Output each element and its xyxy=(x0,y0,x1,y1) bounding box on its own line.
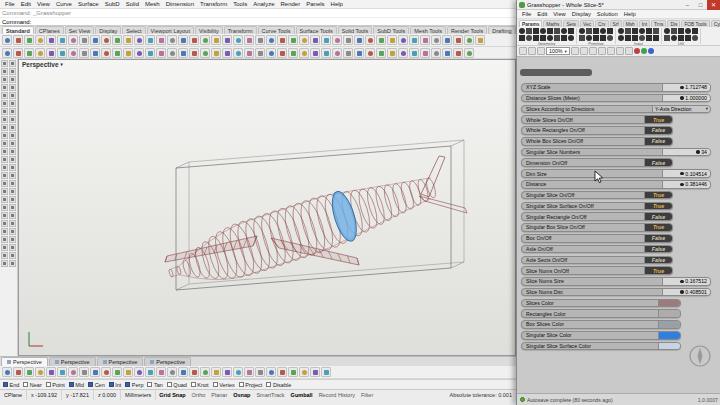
gh-menu-help[interactable]: Help xyxy=(621,11,639,17)
gh-slider-slice-nums-dist[interactable]: Slice Nums Dist0.408501 xyxy=(521,288,711,297)
gh-toggle-singular-box-slice-on-off[interactable]: Singular Box Slice On/OffTrue xyxy=(521,223,673,232)
gh-ribbon-tab-maths[interactable]: Maths xyxy=(543,20,562,27)
color-swatch[interactable] xyxy=(658,343,680,350)
rhino-menu-surface[interactable]: Surface xyxy=(75,1,102,7)
rhino-toolbar-tab-set-view[interactable]: Set View xyxy=(65,26,95,34)
canvas-toolbar-orb-icon[interactable] xyxy=(634,48,640,54)
slider-value[interactable]: 1.712748 xyxy=(662,84,710,91)
toolbar-icon[interactable] xyxy=(409,35,419,45)
gh-ribbon-tab-crv[interactable]: Crv xyxy=(595,20,608,27)
gh-slider-dim-size[interactable]: Dim Size0.104514 xyxy=(521,169,711,178)
gh-component-icon[interactable] xyxy=(568,28,574,34)
side-tool-icon[interactable] xyxy=(9,220,16,227)
toolbar-icon[interactable] xyxy=(211,48,221,58)
color-swatch[interactable] xyxy=(658,321,680,328)
gh-menu-solution[interactable]: Solution xyxy=(594,11,621,17)
toolbar-icon[interactable] xyxy=(277,35,287,45)
slider-value[interactable]: 0.104514 xyxy=(662,170,710,177)
side-tool-icon[interactable] xyxy=(1,212,8,219)
toolbar-icon[interactable] xyxy=(464,48,474,58)
osnap-mid[interactable]: Mid xyxy=(69,382,84,388)
toolbar-icon[interactable] xyxy=(376,35,386,45)
toolbar-icon[interactable] xyxy=(112,48,122,58)
gh-color-rectangles-color[interactable]: Rectangles Color xyxy=(521,309,681,318)
gh-ribbon-tab-fob-tools[interactable]: FOB Tools xyxy=(681,20,709,27)
side-tool-icon[interactable] xyxy=(9,116,16,123)
osnap-knot[interactable]: Knot xyxy=(191,382,209,388)
toggle-value[interactable]: False xyxy=(644,213,672,220)
side-tool-icon[interactable] xyxy=(9,180,16,187)
gh-slider-slice-nums-size[interactable]: Slice Nums Size0.167512 xyxy=(521,277,711,286)
rhino-menu-help[interactable]: Help xyxy=(328,1,346,7)
osnap-quad[interactable]: Quad xyxy=(167,382,187,388)
toolbar-icon[interactable] xyxy=(2,35,12,45)
toolbar-icon[interactable] xyxy=(222,48,232,58)
viewport-tab-2[interactable]: Perspective xyxy=(49,357,96,366)
rhino-toolbar-tab-transform[interactable]: Transform xyxy=(224,26,257,34)
toolbar-icon[interactable] xyxy=(475,35,485,45)
side-tool-icon[interactable] xyxy=(9,164,16,171)
gh-ribbon-tab-params[interactable]: Params xyxy=(519,20,542,27)
rhino-toolbar-tab-drafting[interactable]: Drafting xyxy=(488,26,515,34)
rhino-toolbar-tab-mesh-tools[interactable]: Mesh Tools xyxy=(410,26,446,34)
toolbar-icon[interactable] xyxy=(332,48,342,58)
osnap-near[interactable]: Near xyxy=(23,382,41,388)
viewport-label[interactable]: Perspective ▾ xyxy=(22,61,63,68)
gh-color-singular-slice-color[interactable]: Singular Slice Color xyxy=(521,331,681,340)
toolbar-icon[interactable] xyxy=(145,367,155,377)
gh-toggle-whole-box-slices-on-off[interactable]: Whole Box Slices On/OffFalse xyxy=(521,137,673,146)
checkbox[interactable] xyxy=(3,382,8,387)
rhino-toolbar-tab-viewport-layout[interactable]: Viewport Layout xyxy=(147,26,194,34)
slider-grip[interactable] xyxy=(680,280,684,284)
toolbar-icon[interactable] xyxy=(233,35,243,45)
toolbar-icon[interactable] xyxy=(35,367,45,377)
toolbar-icon[interactable] xyxy=(200,367,210,377)
toolbar-icon[interactable] xyxy=(46,35,56,45)
toggle-value[interactable]: False xyxy=(644,127,672,134)
toolbar-icon[interactable] xyxy=(68,35,78,45)
gh-ribbon-tab-dis[interactable]: Dis xyxy=(667,20,680,27)
toggle-value[interactable]: True xyxy=(644,192,672,199)
gh-color-box-slices-color[interactable]: Box Slices Color xyxy=(521,320,681,329)
maximize-button[interactable]: □ xyxy=(694,0,707,10)
gh-ribbon-tab-sets[interactable]: Sets xyxy=(563,20,579,27)
toolbar-icon[interactable] xyxy=(35,48,45,58)
gh-menu-edit[interactable]: Edit xyxy=(534,11,550,17)
status-toggle-gumball[interactable]: Gumball xyxy=(288,390,316,400)
toolbar-icon[interactable] xyxy=(310,367,320,377)
checkbox[interactable] xyxy=(88,382,93,387)
toolbar-icon[interactable] xyxy=(156,48,166,58)
status-toggle-record-history[interactable]: Record History xyxy=(316,390,358,400)
side-tool-icon[interactable] xyxy=(9,188,16,195)
toolbar-icon[interactable] xyxy=(332,35,342,45)
color-swatch[interactable] xyxy=(658,300,680,307)
toolbar-icon[interactable] xyxy=(13,48,23,58)
side-tool-icon[interactable] xyxy=(9,100,16,107)
side-tool-icon[interactable] xyxy=(1,220,8,227)
toggle-value[interactable]: False xyxy=(644,246,672,253)
canvas-toolbar-icon[interactable] xyxy=(528,47,536,55)
side-tool-icon[interactable] xyxy=(9,236,16,243)
toolbar-icon[interactable] xyxy=(24,48,34,58)
osnap-disable[interactable]: Disable xyxy=(266,382,291,388)
toolbar-icon[interactable] xyxy=(90,367,100,377)
canvas-toolbar-orb-icon[interactable] xyxy=(641,48,647,54)
toolbar-icon[interactable] xyxy=(178,35,188,45)
toolbar-icon[interactable] xyxy=(233,48,243,58)
toolbar-icon[interactable] xyxy=(299,367,309,377)
side-tool-icon[interactable] xyxy=(1,60,8,67)
gh-component-icon[interactable] xyxy=(678,28,684,34)
gh-ribbon-tab-srf[interactable]: Srf xyxy=(610,20,622,27)
toolbar-icon[interactable] xyxy=(13,367,23,377)
toolbar-icon[interactable] xyxy=(101,367,111,377)
side-tool-icon[interactable] xyxy=(1,148,8,155)
color-swatch[interactable] xyxy=(658,310,680,317)
side-tool-icon[interactable] xyxy=(1,92,8,99)
toolbar-icon[interactable] xyxy=(464,35,474,45)
toolbar-icon[interactable] xyxy=(46,48,56,58)
osnap-vertex[interactable]: Vertex xyxy=(213,382,235,388)
canvas-toolbar-orb-icon[interactable] xyxy=(648,48,654,54)
close-button[interactable]: ✕ xyxy=(707,0,720,10)
canvas-toolbar-icon[interactable] xyxy=(598,47,606,55)
side-tool-icon[interactable] xyxy=(9,84,16,91)
